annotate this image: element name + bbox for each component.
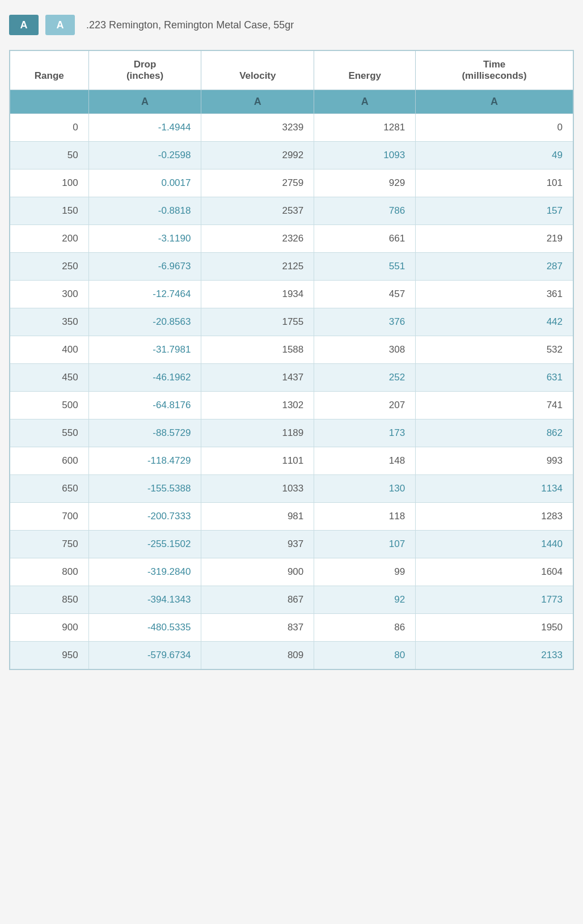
cell-time: 219 bbox=[416, 225, 573, 253]
cell-drop: -579.6734 bbox=[88, 642, 201, 670]
cell-energy: 92 bbox=[314, 586, 416, 614]
cell-range: 450 bbox=[10, 364, 88, 392]
cell-time: 1604 bbox=[416, 558, 573, 586]
cell-drop: -319.2840 bbox=[88, 558, 201, 586]
cell-energy: 80 bbox=[314, 642, 416, 670]
cell-range: 850 bbox=[10, 586, 88, 614]
table-row: 150-0.88182537786157 bbox=[10, 197, 573, 225]
cell-time: 1773 bbox=[416, 586, 573, 614]
cell-time: 0 bbox=[416, 114, 573, 142]
cell-range: 200 bbox=[10, 225, 88, 253]
subheader-energy: A bbox=[314, 90, 416, 114]
cell-velocity: 2759 bbox=[201, 169, 314, 197]
cell-velocity: 3239 bbox=[201, 114, 314, 142]
table-row: 250-6.96732125551287 bbox=[10, 253, 573, 281]
table-row: 750-255.15029371071440 bbox=[10, 531, 573, 558]
table-row: 400-31.79811588308532 bbox=[10, 336, 573, 364]
cell-range: 800 bbox=[10, 558, 88, 586]
cell-energy: 551 bbox=[314, 253, 416, 281]
cell-velocity: 981 bbox=[201, 503, 314, 531]
table-row: 600-118.47291101148993 bbox=[10, 447, 573, 475]
cell-range: 250 bbox=[10, 253, 88, 281]
cell-drop: -255.1502 bbox=[88, 531, 201, 558]
cell-drop: -1.4944 bbox=[88, 114, 201, 142]
legend-box-b: A bbox=[45, 15, 75, 35]
cell-velocity: 837 bbox=[201, 614, 314, 642]
cell-drop: -20.8563 bbox=[88, 308, 201, 336]
cell-energy: 99 bbox=[314, 558, 416, 586]
cell-time: 442 bbox=[416, 308, 573, 336]
cell-time: 1134 bbox=[416, 475, 573, 503]
table-row: 850-394.1343867921773 bbox=[10, 586, 573, 614]
cell-velocity: 2125 bbox=[201, 253, 314, 281]
cell-range: 900 bbox=[10, 614, 88, 642]
table-row: 950-579.6734809802133 bbox=[10, 642, 573, 670]
cell-time: 157 bbox=[416, 197, 573, 225]
cell-energy: 1093 bbox=[314, 142, 416, 169]
header-time: Time(milliseconds) bbox=[416, 50, 573, 90]
cell-time: 1283 bbox=[416, 503, 573, 531]
cell-energy: 118 bbox=[314, 503, 416, 531]
legend-description: .223 Remington, Remington Metal Case, 55… bbox=[86, 19, 294, 31]
cell-range: 0 bbox=[10, 114, 88, 142]
cell-drop: -480.5335 bbox=[88, 614, 201, 642]
table-row: 1000.00172759929101 bbox=[10, 169, 573, 197]
cell-energy: 786 bbox=[314, 197, 416, 225]
cell-drop: -6.9673 bbox=[88, 253, 201, 281]
table-row: 900-480.5335837861950 bbox=[10, 614, 573, 642]
cell-drop: 0.0017 bbox=[88, 169, 201, 197]
table-row: 200-3.11902326661219 bbox=[10, 225, 573, 253]
cell-time: 862 bbox=[416, 419, 573, 447]
table-row: 350-20.85631755376442 bbox=[10, 308, 573, 336]
table-row: 450-46.19621437252631 bbox=[10, 364, 573, 392]
cell-range: 150 bbox=[10, 197, 88, 225]
cell-energy: 148 bbox=[314, 447, 416, 475]
subheader-drop: A bbox=[88, 90, 201, 114]
header-row: Range Drop(inches) Velocity Energy Time(… bbox=[10, 50, 573, 90]
table-body: 0-1.494432391281050-0.259829921093491000… bbox=[10, 114, 573, 670]
cell-velocity: 809 bbox=[201, 642, 314, 670]
subheader-range bbox=[10, 90, 88, 114]
table-row: 0-1.4944323912810 bbox=[10, 114, 573, 142]
cell-time: 361 bbox=[416, 281, 573, 308]
legend-b-label: A bbox=[57, 19, 64, 31]
header-velocity: Velocity bbox=[201, 50, 314, 90]
cell-energy: 173 bbox=[314, 419, 416, 447]
cell-drop: -155.5388 bbox=[88, 475, 201, 503]
cell-velocity: 1437 bbox=[201, 364, 314, 392]
cell-velocity: 2326 bbox=[201, 225, 314, 253]
legend-box-a: A bbox=[9, 15, 39, 35]
cell-drop: -0.2598 bbox=[88, 142, 201, 169]
cell-energy: 376 bbox=[314, 308, 416, 336]
table-row: 800-319.2840900991604 bbox=[10, 558, 573, 586]
cell-range: 550 bbox=[10, 419, 88, 447]
cell-velocity: 1101 bbox=[201, 447, 314, 475]
cell-energy: 86 bbox=[314, 614, 416, 642]
cell-range: 650 bbox=[10, 475, 88, 503]
cell-velocity: 900 bbox=[201, 558, 314, 586]
cell-time: 532 bbox=[416, 336, 573, 364]
cell-energy: 1281 bbox=[314, 114, 416, 142]
cell-velocity: 1189 bbox=[201, 419, 314, 447]
cell-velocity: 1755 bbox=[201, 308, 314, 336]
legend-bar: A A .223 Remington, Remington Metal Case… bbox=[9, 9, 574, 41]
cell-velocity: 2992 bbox=[201, 142, 314, 169]
cell-drop: -31.7981 bbox=[88, 336, 201, 364]
cell-energy: 207 bbox=[314, 392, 416, 419]
cell-drop: -3.1190 bbox=[88, 225, 201, 253]
cell-time: 287 bbox=[416, 253, 573, 281]
cell-velocity: 2537 bbox=[201, 197, 314, 225]
header-range: Range bbox=[10, 50, 88, 90]
subheader-velocity: A bbox=[201, 90, 314, 114]
header-drop: Drop(inches) bbox=[88, 50, 201, 90]
cell-velocity: 867 bbox=[201, 586, 314, 614]
cell-velocity: 937 bbox=[201, 531, 314, 558]
cell-energy: 252 bbox=[314, 364, 416, 392]
ballistics-table: Range Drop(inches) Velocity Energy Time(… bbox=[9, 50, 574, 670]
table-row: 500-64.81761302207741 bbox=[10, 392, 573, 419]
cell-time: 741 bbox=[416, 392, 573, 419]
cell-velocity: 1033 bbox=[201, 475, 314, 503]
cell-range: 50 bbox=[10, 142, 88, 169]
cell-energy: 308 bbox=[314, 336, 416, 364]
table-row: 50-0.25982992109349 bbox=[10, 142, 573, 169]
